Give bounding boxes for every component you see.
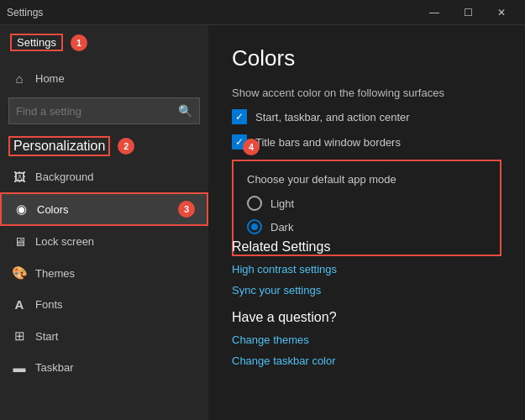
high-contrast-link[interactable]: High contrast settings	[232, 263, 501, 276]
fonts-icon: A	[12, 297, 27, 312]
sync-settings-link[interactable]: Sync your settings	[232, 284, 501, 297]
lockscreen-icon: 🖥	[12, 234, 27, 249]
personalization-section: Personalization 2	[0, 131, 208, 161]
radio-light-label: Light	[270, 197, 294, 210]
checkbox-label-2: Title bars and window borders	[255, 136, 401, 149]
minimize-button[interactable]: —	[417, 0, 451, 25]
personalization-label: Personalization	[8, 136, 110, 156]
sidebar-item-background[interactable]: 🖼 Background	[0, 161, 208, 192]
radio-light-button[interactable]	[247, 196, 262, 211]
checkbox-row-2[interactable]: ✓ Title bars and window borders	[232, 134, 501, 150]
checkbox-label-1: Start, taskbar, and action center	[255, 111, 410, 123]
sidebar-item-themes[interactable]: 🎨 Themes	[0, 257, 208, 289]
lockscreen-label: Lock screen	[35, 235, 94, 248]
app-mode-title: Choose your default app mode	[247, 173, 486, 186]
change-taskbar-color-link[interactable]: Change taskbar color	[232, 354, 501, 367]
checkbox-1[interactable]: ✓	[232, 109, 247, 124]
taskbar-icon: ▬	[12, 360, 27, 375]
change-themes-link[interactable]: Change themes	[232, 333, 501, 346]
radio-light[interactable]: Light	[247, 196, 486, 211]
have-question-title: Have a question?	[232, 310, 501, 325]
sidebar-item-home[interactable]: ⌂ Home	[0, 63, 208, 94]
checkbox-row-1[interactable]: ✓ Start, taskbar, and action center	[232, 109, 501, 124]
checkbox-2[interactable]: ✓	[232, 134, 247, 150]
check-icon-1: ✓	[235, 111, 244, 123]
badge-3: 3	[178, 201, 195, 218]
content-area: Colors Show accent color on the followin…	[208, 25, 525, 420]
themes-label: Themes	[35, 267, 75, 280]
radio-dark-label: Dark	[270, 221, 293, 234]
themes-icon: 🎨	[12, 265, 27, 281]
maximize-button[interactable]: ☐	[451, 0, 485, 25]
colors-label: Colors	[37, 203, 69, 216]
sidebar-item-lockscreen[interactable]: 🖥 Lock screen	[0, 226, 208, 257]
search-box[interactable]: 🔍	[8, 97, 200, 124]
sidebar-item-taskbar[interactable]: ▬ Taskbar	[0, 352, 208, 383]
titlebar-controls: — ☐ ✕	[417, 0, 518, 25]
fonts-label: Fonts	[35, 298, 63, 311]
badge-1: 1	[71, 34, 87, 51]
search-icon: 🔍	[178, 104, 192, 118]
titlebar-title: Settings	[7, 7, 417, 18]
home-label: Home	[35, 72, 65, 85]
start-icon: ⊞	[12, 328, 27, 344]
accent-desc: Show accent color on the following surfa…	[232, 87, 501, 99]
titlebar: Settings — ☐ ✕	[0, 0, 525, 25]
background-label: Background	[35, 171, 93, 183]
search-input[interactable]	[16, 105, 178, 118]
main-layout: Settings 1 ⌂ Home 🔍 Personalization 2 🖼 …	[0, 25, 525, 420]
radio-dark-button[interactable]	[247, 219, 262, 234]
sidebar: Settings 1 ⌂ Home 🔍 Personalization 2 🖼 …	[0, 25, 208, 420]
badge-2: 2	[118, 138, 134, 155]
sidebar-item-fonts[interactable]: A Fonts	[0, 289, 208, 320]
close-button[interactable]: ✕	[485, 0, 518, 25]
start-label: Start	[35, 330, 58, 343]
page-title: Colors	[232, 45, 501, 71]
settings-label: Settings	[10, 34, 63, 51]
background-icon: 🖼	[12, 170, 27, 184]
home-icon: ⌂	[12, 71, 27, 86]
taskbar-label: Taskbar	[35, 361, 74, 374]
related-settings-title: Related Settings	[232, 239, 501, 255]
sidebar-item-colors[interactable]: ◉ Colors 3	[0, 192, 208, 226]
check-icon-2: ✓	[235, 136, 244, 148]
sidebar-header: Settings 1	[0, 25, 208, 60]
radio-dark-fill	[251, 223, 258, 230]
radio-dark[interactable]: Dark	[247, 219, 486, 234]
colors-icon: ◉	[13, 202, 29, 217]
sidebar-item-start[interactable]: ⊞ Start	[0, 320, 208, 352]
